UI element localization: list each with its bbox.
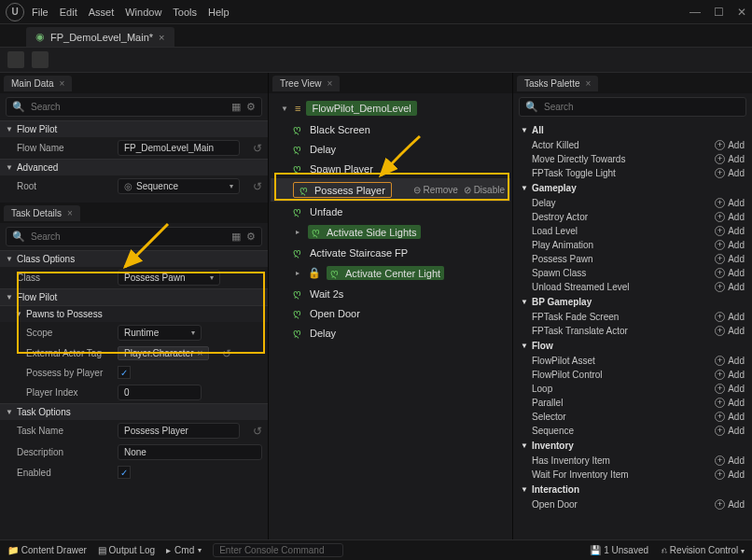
tree-item[interactable]: ღPossess Player⊖ Remove⊘ Disable — [271, 178, 510, 202]
tree-item[interactable]: ▸ღActivate Side Lights — [271, 221, 510, 243]
tree-view-tab[interactable]: Tree View × — [272, 76, 340, 91]
close-tab-icon[interactable]: × — [159, 32, 164, 43]
reset-icon[interactable]: ↺ — [222, 347, 231, 360]
disable-button[interactable]: ⊘ Disable — [464, 185, 505, 195]
add-button[interactable]: +Add — [715, 469, 745, 480]
palette-item[interactable]: Load Level+Add — [517, 224, 748, 238]
tree-item[interactable]: ღBlack Screen — [271, 119, 510, 139]
menu-edit[interactable]: Edit — [60, 7, 77, 18]
tree-item[interactable]: ღDelay — [271, 139, 510, 159]
palette-category[interactable]: ▼Inventory — [517, 438, 748, 454]
section-class-options[interactable]: ▼ Class Options — [0, 250, 268, 267]
palette-item[interactable]: FPTask Toggle Light+Add — [517, 166, 748, 180]
menu-help[interactable]: Help — [208, 7, 230, 18]
reset-icon[interactable]: ↺ — [253, 180, 262, 193]
add-button[interactable]: +Add — [715, 356, 745, 366]
content-drawer-button[interactable]: 📁 Content Drawer — [7, 545, 87, 555]
palette-category[interactable]: ▼Flow — [517, 338, 748, 354]
tasks-palette-tab[interactable]: Tasks Palette × — [517, 76, 598, 91]
palette-item[interactable]: FPTask Fade Screen+Add — [517, 310, 748, 324]
main-data-search[interactable]: 🔍 ▦ ⚙ — [6, 97, 262, 117]
tree-item[interactable]: ღWait 2s — [271, 284, 510, 303]
revision-control-button[interactable]: ⎌ Revision Control ▾ — [661, 545, 745, 555]
player-index-input[interactable]: 0 — [118, 385, 202, 400]
reset-icon[interactable]: ↺ — [253, 425, 262, 438]
reset-icon[interactable]: ↺ — [253, 142, 262, 155]
palette-item[interactable]: Parallel+Add — [517, 396, 748, 410]
add-button[interactable]: +Add — [715, 370, 745, 380]
add-button[interactable]: +Add — [715, 198, 745, 208]
task-name-input[interactable]: Possess Player — [118, 423, 240, 439]
possess-by-player-checkbox[interactable]: ✓ — [118, 366, 131, 379]
main-data-tab[interactable]: Main Data × — [4, 76, 72, 91]
palette-item[interactable]: Play Animation+Add — [517, 238, 748, 252]
add-button[interactable]: +Add — [715, 312, 745, 322]
palette-category[interactable]: ▼Interaction — [517, 482, 748, 497]
add-button[interactable]: +Add — [715, 154, 745, 164]
tree-item[interactable]: ▸🔒ღActivate Center Light — [271, 262, 510, 284]
menu-asset[interactable]: Asset — [89, 7, 115, 18]
palette-category[interactable]: ▼Gameplay — [517, 180, 748, 196]
palette-item[interactable]: Possess Pawn+Add — [517, 252, 748, 266]
palette-item[interactable]: Spawn Class+Add — [517, 266, 748, 280]
tree-item[interactable]: ღUnfade — [271, 202, 510, 221]
tree-item[interactable]: ღDelay — [271, 323, 510, 343]
clear-tag-icon[interactable]: × — [197, 348, 202, 358]
tree-root[interactable]: ▼ ≡ FlowPilot_DemoLevel — [271, 97, 510, 119]
description-input[interactable]: None — [118, 444, 262, 460]
section-flow-pilot-2[interactable]: ▼ Flow Pilot — [0, 288, 268, 305]
add-button[interactable]: +Add — [715, 326, 745, 336]
add-button[interactable]: +Add — [715, 254, 745, 264]
palette-item[interactable]: Unload Streamed Level+Add — [517, 280, 748, 294]
section-task-options[interactable]: ▼ Task Options — [0, 403, 268, 420]
tree-item[interactable]: ღActivate Staircase FP — [271, 243, 510, 262]
add-button[interactable]: +Add — [715, 212, 745, 222]
section-pawns[interactable]: ▼ Pawns to Possess — [0, 305, 268, 322]
palette-item[interactable]: Loop+Add — [517, 382, 748, 396]
cmd-label[interactable]: ▸Cmd ▾ — [166, 545, 202, 555]
document-tab[interactable]: ◉ FP_DemoLevel_Main* × — [26, 27, 174, 47]
enabled-checkbox[interactable]: ✓ — [118, 466, 131, 479]
menu-file[interactable]: File — [32, 7, 49, 18]
section-flow-pilot[interactable]: ▼ Flow Pilot — [0, 120, 268, 137]
palette-item[interactable]: Move Directly Towards+Add — [517, 152, 748, 166]
save-icon[interactable] — [7, 51, 24, 68]
task-details-search-input[interactable] — [31, 231, 226, 242]
palette-item[interactable]: Sequence+Add — [517, 424, 748, 438]
palette-item[interactable]: Has Inventory Item+Add — [517, 454, 748, 468]
close-panel-icon[interactable]: × — [67, 208, 73, 218]
add-button[interactable]: +Add — [715, 499, 745, 510]
add-button[interactable]: +Add — [715, 384, 745, 394]
output-log-button[interactable]: ▤ Output Log — [98, 545, 155, 555]
console-input[interactable]: Enter Console Command — [213, 543, 343, 557]
menu-tools[interactable]: Tools — [173, 7, 197, 18]
add-button[interactable]: +Add — [715, 268, 745, 278]
close-panel-icon[interactable]: × — [585, 78, 591, 89]
browse-icon[interactable] — [32, 51, 49, 68]
chevron-right-icon[interactable]: ▸ — [293, 228, 302, 236]
task-details-search[interactable]: 🔍 ▦ ⚙ — [6, 227, 262, 246]
add-button[interactable]: +Add — [715, 226, 745, 236]
palette-item[interactable]: Wait For Inventory Item+Add — [517, 468, 748, 482]
tree-item[interactable]: ღSpawn Player — [271, 159, 510, 178]
remove-button[interactable]: ⊖ Remove — [413, 185, 458, 195]
maximize-icon[interactable]: ☐ — [714, 6, 724, 19]
class-dropdown[interactable]: Possess Pawn ▾ — [118, 270, 220, 286]
add-button[interactable]: +Add — [715, 140, 745, 150]
close-icon[interactable]: ✕ — [737, 6, 746, 19]
chevron-down-icon[interactable]: ▼ — [280, 105, 289, 113]
add-button[interactable]: +Add — [715, 426, 745, 436]
palette-item[interactable]: Open Door+Add — [517, 497, 748, 511]
palette-item[interactable]: FlowPilot Control+Add — [517, 368, 748, 382]
palette-category[interactable]: ▼All — [517, 122, 748, 138]
grid-icon[interactable]: ▦ — [231, 101, 241, 113]
root-dropdown[interactable]: ◎Sequence ▾ — [118, 178, 240, 194]
palette-category[interactable]: ▼BP Gameplay — [517, 294, 748, 310]
palette-item[interactable]: Delay+Add — [517, 196, 748, 210]
chevron-right-icon[interactable]: ▸ — [293, 269, 302, 277]
scope-dropdown[interactable]: Runtime ▾ — [118, 325, 202, 341]
main-data-search-input[interactable] — [31, 102, 226, 112]
gear-icon[interactable]: ⚙ — [246, 231, 256, 243]
minimize-icon[interactable]: — — [689, 6, 701, 19]
palette-item[interactable]: Destroy Actor+Add — [517, 210, 748, 224]
